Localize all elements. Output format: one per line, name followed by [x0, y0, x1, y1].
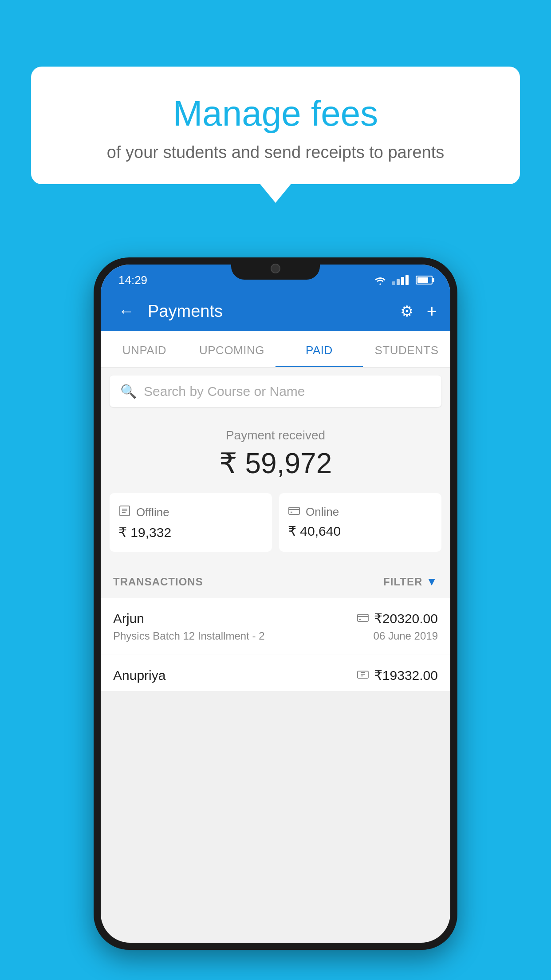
transaction-name: Arjun	[113, 611, 144, 626]
payment-cards: Offline ₹ 19,332	[110, 493, 441, 552]
speech-bubble-container: Manage fees of your students and send re…	[31, 67, 520, 184]
search-icon: 🔍	[120, 383, 137, 399]
transaction-row[interactable]: Arjun ₹20320.00 Physics Batch 1	[101, 598, 450, 655]
offline-label: Offline	[136, 506, 169, 519]
app-bar-title: Payments	[148, 302, 391, 321]
transaction-course: Physics Batch 12 Installment - 2	[113, 630, 264, 642]
offline-icon	[118, 505, 131, 520]
transaction-mode-icon	[357, 669, 369, 682]
tabs-bar: UNPAID UPCOMING PAID STUDENTS	[101, 331, 450, 368]
transaction-top: Arjun ₹20320.00	[113, 611, 438, 626]
app-bar-icons: ⚙ +	[400, 301, 437, 321]
offline-card-header: Offline	[118, 505, 263, 520]
bubble-subtitle: of your students and send receipts to pa…	[58, 143, 493, 162]
filter-label: FILTER	[383, 576, 422, 588]
online-amount: ₹ 40,640	[288, 523, 433, 539]
battery-icon	[416, 276, 433, 285]
online-label: Online	[306, 505, 339, 519]
online-payment-card: Online ₹ 40,640	[279, 493, 441, 552]
tab-paid[interactable]: PAID	[276, 331, 363, 367]
phone-screen: 14:29	[101, 265, 450, 943]
transaction-amount-wrap: ₹20320.00	[357, 611, 438, 626]
transaction-amount: ₹20320.00	[374, 611, 438, 626]
transaction-top: Anupriya ₹19332.00	[113, 668, 438, 683]
tab-unpaid[interactable]: UNPAID	[101, 331, 188, 367]
transaction-bottom: Physics Batch 12 Installment - 2 06 June…	[113, 630, 438, 642]
settings-button[interactable]: ⚙	[400, 302, 413, 320]
transaction-mode-icon	[357, 612, 369, 625]
phone-frame: 14:29	[94, 257, 457, 950]
tab-students[interactable]: STUDENTS	[363, 331, 450, 367]
filter-icon: ▼	[426, 575, 438, 589]
payment-summary: Payment received ₹ 59,972	[101, 415, 450, 565]
svg-rect-4	[289, 507, 299, 514]
search-placeholder: Search by Course or Name	[144, 384, 305, 399]
status-icons	[374, 275, 433, 285]
back-button[interactable]: ←	[114, 297, 139, 325]
tab-upcoming[interactable]: UPCOMING	[188, 331, 276, 367]
offline-payment-card: Offline ₹ 19,332	[110, 493, 272, 552]
wifi-icon	[374, 275, 387, 285]
phone-notch	[231, 257, 320, 280]
transactions-header: TRANSACTIONS FILTER ▼	[101, 565, 450, 598]
speech-bubble: Manage fees of your students and send re…	[31, 67, 520, 184]
search-bar[interactable]: 🔍 Search by Course or Name	[110, 375, 441, 407]
phone-container: 14:29	[94, 257, 457, 950]
search-container: 🔍 Search by Course or Name	[101, 368, 450, 415]
status-time: 14:29	[118, 273, 147, 287]
transaction-row[interactable]: Anupriya ₹19332.00	[101, 655, 450, 691]
payment-total-amount: ₹ 59,972	[110, 447, 441, 480]
battery-fill	[417, 277, 428, 283]
bubble-title: Manage fees	[58, 93, 493, 134]
add-button[interactable]: +	[427, 301, 437, 321]
payment-received-label: Payment received	[110, 428, 441, 443]
transaction-amount: ₹19332.00	[374, 668, 438, 683]
svg-rect-7	[358, 614, 368, 621]
transaction-date: 06 June 2019	[374, 630, 438, 642]
online-card-header: Online	[288, 505, 433, 519]
transaction-amount-wrap: ₹19332.00	[357, 668, 438, 683]
online-icon	[288, 505, 300, 519]
transactions-label: TRANSACTIONS	[113, 576, 203, 588]
filter-button[interactable]: FILTER ▼	[383, 575, 438, 589]
phone-camera	[271, 264, 280, 273]
offline-amount: ₹ 19,332	[118, 525, 263, 540]
app-bar: ← Payments ⚙ +	[101, 291, 450, 331]
signal-icon	[392, 275, 409, 285]
transaction-name: Anupriya	[113, 668, 165, 683]
